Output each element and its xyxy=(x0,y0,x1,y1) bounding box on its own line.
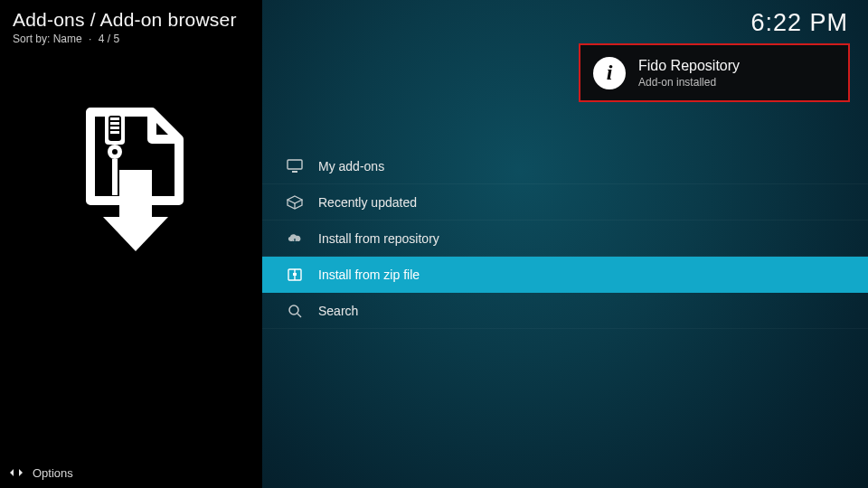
menu-item-recently-updated[interactable]: Recently updated xyxy=(262,184,868,221)
menu-item-label: Search xyxy=(318,304,358,318)
menu-item-search[interactable]: Search xyxy=(262,293,868,329)
notification-title: Fido Repository xyxy=(638,58,740,74)
zip-icon xyxy=(286,266,304,284)
menu-item-label: Install from zip file xyxy=(318,267,420,282)
options-icon xyxy=(9,465,24,480)
monitor-icon xyxy=(286,157,304,175)
svg-rect-2 xyxy=(110,117,119,120)
svg-line-19 xyxy=(297,314,301,317)
sort-label: Sort by: xyxy=(13,33,50,45)
clock: 6:22 PM xyxy=(750,9,848,37)
svg-rect-5 xyxy=(110,131,119,134)
menu-item-my-addons[interactable]: My add-ons xyxy=(262,148,868,184)
svg-rect-9 xyxy=(119,170,152,217)
box-icon xyxy=(286,193,304,211)
svg-point-7 xyxy=(112,149,118,155)
menu-item-install-zip[interactable]: Install from zip file xyxy=(262,257,868,293)
cloud-down-icon xyxy=(286,230,304,248)
sort-position: 4 / 5 xyxy=(99,33,119,45)
search-icon xyxy=(286,302,304,320)
svg-rect-3 xyxy=(110,122,119,125)
svg-marker-13 xyxy=(288,196,302,203)
sort-value: Name xyxy=(53,33,82,45)
svg-point-18 xyxy=(289,305,298,314)
sort-dot: · xyxy=(89,33,91,45)
breadcrumb: Add-ons / Add-on browser xyxy=(13,9,237,31)
svg-rect-12 xyxy=(292,171,297,173)
menu-item-label: Install from repository xyxy=(318,231,439,246)
info-icon: i xyxy=(593,57,626,89)
sort-line: Sort by: Name · 4 / 5 xyxy=(13,33,119,45)
svg-rect-11 xyxy=(288,160,302,169)
svg-rect-17 xyxy=(293,273,297,276)
menu: My add-ons Recently updated Install from… xyxy=(262,148,868,329)
menu-item-label: My add-ons xyxy=(318,159,384,174)
zip-download-icon xyxy=(63,107,194,251)
options-button[interactable]: Options xyxy=(0,457,262,488)
notification-text: Fido Repository Add-on installed xyxy=(638,58,740,89)
menu-item-install-repository[interactable]: Install from repository xyxy=(262,221,868,257)
svg-marker-21 xyxy=(19,469,23,476)
notification-subtitle: Add-on installed xyxy=(638,76,740,89)
svg-rect-8 xyxy=(112,159,118,195)
notification-toast: i Fido Repository Add-on installed xyxy=(579,43,850,102)
svg-marker-20 xyxy=(10,469,14,476)
svg-rect-4 xyxy=(110,127,119,129)
menu-item-label: Recently updated xyxy=(318,195,417,210)
svg-marker-10 xyxy=(103,217,168,251)
options-label: Options xyxy=(33,466,73,480)
